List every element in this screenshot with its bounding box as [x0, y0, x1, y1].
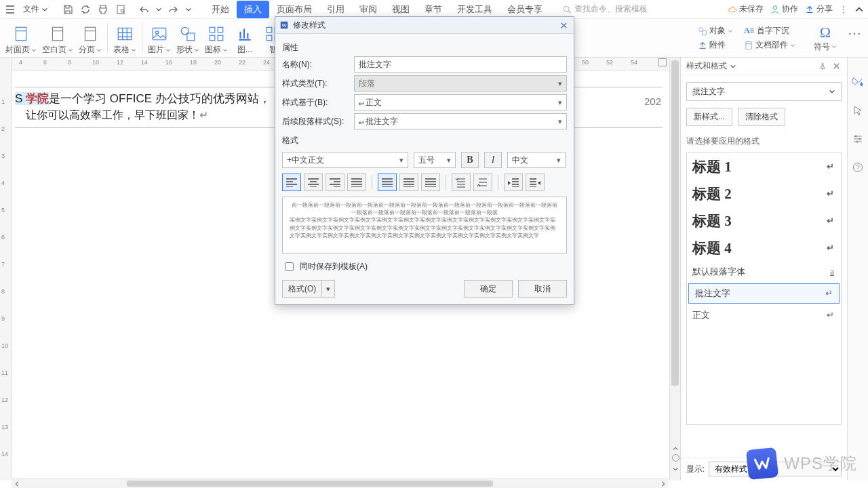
dialog-close-icon[interactable]: [557, 19, 570, 31]
new-style-button[interactable]: 新样式...: [686, 108, 732, 126]
share-button[interactable]: 分享: [805, 3, 833, 15]
vertical-scrollbar[interactable]: [669, 58, 680, 481]
hscroll-thumb[interactable]: [127, 481, 493, 487]
hscroll-left-icon[interactable]: [13, 480, 20, 487]
align-left-icon[interactable]: [282, 174, 301, 191]
style-item-default-font[interactable]: 默认段落字体a: [687, 262, 841, 282]
format-split-button[interactable]: 格式(O) ▾: [282, 280, 335, 298]
btn-chart[interactable]: 图...: [231, 19, 259, 57]
tab-chapter[interactable]: 章节: [417, 1, 450, 18]
style-item-h4[interactable]: 标题 4↵: [687, 235, 841, 262]
panel-title-more-icon[interactable]: [730, 63, 736, 70]
btn-cover-page[interactable]: 封面页: [3, 19, 39, 57]
style-item-h3[interactable]: 标题 3↵: [687, 207, 841, 235]
modify-style-dialog: 修改样式 属性 名称(N): 批注文字 样式类型(T): 段落▾ 样式基于(B)…: [275, 16, 574, 305]
line-spacing-2-icon[interactable]: [399, 174, 418, 191]
line-spacing-1-icon[interactable]: [378, 174, 397, 191]
panel-close-icon[interactable]: [831, 61, 842, 72]
print-icon[interactable]: [97, 3, 109, 16]
undo-icon[interactable]: [138, 3, 150, 16]
para-space-dec-icon[interactable]: [452, 174, 471, 191]
vscroll-thumb[interactable]: [671, 60, 679, 386]
lang-combo[interactable]: 中文▾: [507, 152, 566, 168]
ribbon-tabs: 开始 插入 页面布局 引用 审阅 视图 章节 开发工具 会员专享: [204, 1, 550, 18]
search-placeholder: 查找命令、搜索模板: [574, 3, 648, 15]
strip-paint-icon[interactable]: [851, 75, 865, 89]
select-based-on[interactable]: ↵正文▾: [354, 94, 567, 110]
tab-member[interactable]: 会员专享: [500, 1, 550, 18]
body-line-1: S 学院是一个学习 OFFICE 办公技巧的优秀网站，: [15, 91, 271, 106]
more-icon[interactable]: ⋮: [840, 5, 848, 14]
undo-more-icon[interactable]: [155, 6, 162, 13]
tab-view[interactable]: 视图: [384, 1, 417, 18]
save-icon[interactable]: [62, 3, 74, 16]
btn-page-break[interactable]: 分页: [76, 19, 104, 57]
app-menu-icon[interactable]: [4, 3, 16, 16]
strip-select-icon[interactable]: [851, 104, 865, 117]
align-justify-icon[interactable]: [347, 174, 366, 191]
btn-attachment[interactable]: 附件: [695, 38, 736, 52]
style-item-body[interactable]: 正文↵: [687, 305, 841, 325]
redo-icon[interactable]: [167, 3, 180, 16]
bold-toggle[interactable]: B: [461, 152, 479, 168]
clear-format-button[interactable]: 清除格式: [738, 108, 785, 126]
italic-toggle[interactable]: I: [484, 152, 502, 168]
hscroll-right-icon[interactable]: [659, 480, 667, 487]
align-center-icon[interactable]: [304, 174, 323, 191]
btn-blank-page[interactable]: 空白页: [39, 19, 76, 57]
dialog-title: 修改样式: [293, 20, 326, 31]
format-dropdown-icon[interactable]: ▾: [321, 281, 334, 297]
unsaved-indicator[interactable]: 未保存: [728, 3, 764, 15]
tab-dev[interactable]: 开发工具: [450, 1, 500, 18]
horizontal-scrollbar[interactable]: [12, 479, 668, 488]
tab-layout[interactable]: 页面布局: [269, 1, 319, 18]
save-to-template-checkbox[interactable]: 同时保存到模板(A): [282, 260, 567, 273]
tab-ref[interactable]: 引用: [319, 1, 352, 18]
style-item-h2[interactable]: 标题 2↵: [687, 180, 841, 207]
align-right-icon[interactable]: [326, 174, 344, 191]
btn-table[interactable]: 表格: [111, 19, 139, 57]
ok-button[interactable]: 确定: [464, 280, 513, 298]
quickbar-more-icon[interactable]: [185, 6, 192, 13]
btn-more[interactable]: ⋯: [844, 24, 865, 52]
share-label: 分享: [816, 3, 833, 15]
collab-button[interactable]: 协作: [770, 3, 798, 15]
panel-pin-icon[interactable]: [817, 61, 828, 72]
btn-picture[interactable]: 图片: [145, 19, 174, 57]
watermark-logo: WPS学院: [747, 449, 857, 479]
label-name: 名称(N):: [282, 59, 350, 70]
refresh-icon[interactable]: [79, 3, 92, 16]
strip-settings-icon[interactable]: [851, 132, 865, 146]
tab-review[interactable]: 审阅: [352, 1, 384, 18]
print-preview-icon[interactable]: [115, 3, 127, 16]
tab-insert[interactable]: 插入: [237, 1, 269, 18]
style-item-h1[interactable]: 标题 1↵: [687, 153, 841, 180]
input-style-name[interactable]: 批注文字: [354, 56, 567, 73]
line-spacing-3-icon[interactable]: [421, 174, 440, 191]
btn-icons[interactable]: 图标: [202, 19, 231, 57]
font-size-combo[interactable]: 五号▾: [414, 152, 456, 168]
style-preview: 前一段落前一段落前一段落前一段落前一段落前一段落前一段落前一段落前一段落前一段落…: [282, 197, 567, 253]
style-item-comment[interactable]: 批注文字↵: [688, 283, 840, 304]
cancel-button[interactable]: 取消: [518, 280, 567, 298]
indent-dec-icon[interactable]: [504, 174, 523, 191]
command-search[interactable]: 查找命令、搜索模板: [562, 3, 648, 15]
para-space-inc-icon[interactable]: [473, 174, 492, 191]
file-menu[interactable]: 文件: [20, 3, 51, 15]
select-next-style[interactable]: ↵批注文字▾: [354, 113, 567, 129]
btn-shapes[interactable]: 形状: [174, 19, 202, 57]
ruler-toggle-icon[interactable]: [658, 58, 667, 66]
body-line-2: 让你可以高效率工作，早下班回家！↵: [26, 108, 208, 123]
panel-caption: 请选择要应用的格式: [686, 136, 842, 147]
current-style-select[interactable]: 批注文字: [686, 82, 842, 101]
indent-inc-icon[interactable]: [526, 174, 545, 191]
font-combo[interactable]: +中文正文▾: [282, 152, 408, 168]
tab-start[interactable]: 开始: [204, 1, 237, 18]
scroll-marker-icon[interactable]: [672, 454, 679, 462]
btn-symbol[interactable]: Ω符号: [810, 22, 841, 54]
strip-help-icon[interactable]: [851, 161, 865, 174]
collapse-ribbon-icon[interactable]: [854, 5, 864, 14]
btn-object[interactable]: 对象: [695, 24, 736, 38]
btn-dropcap[interactable]: A≡首字下沉: [741, 24, 798, 38]
btn-docparts[interactable]: 文档部件: [741, 38, 798, 52]
